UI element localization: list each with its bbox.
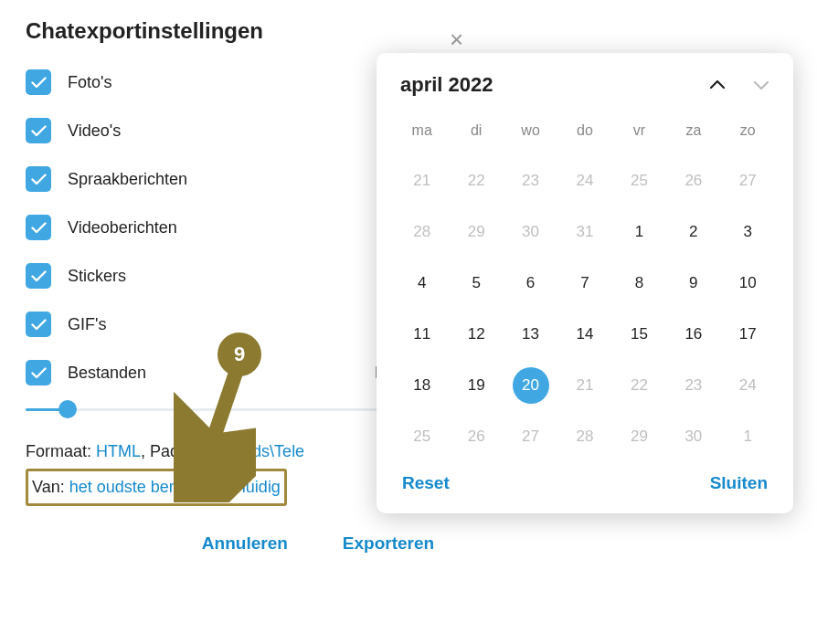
calendar-day[interactable]: 17 <box>721 309 775 360</box>
calendar-dow: za <box>666 113 720 155</box>
checkbox[interactable] <box>26 166 51 192</box>
path-link[interactable]: Downloads\Tele <box>188 442 304 460</box>
calendar-day[interactable]: 27 <box>721 155 775 206</box>
checkbox-label: Spraakberichten <box>68 170 187 189</box>
calendar-day[interactable]: 18 <box>395 360 449 411</box>
checkbox[interactable] <box>26 118 51 143</box>
calendar-day[interactable]: 29 <box>612 411 666 462</box>
calendar-day[interactable]: 24 <box>721 360 775 411</box>
path-label: , Pad: <box>141 442 188 460</box>
calendar-day[interactable]: 21 <box>395 155 449 206</box>
checkbox[interactable] <box>26 215 51 240</box>
checkbox-label: GIF's <box>68 315 106 334</box>
calendar-title: april 2022 <box>400 73 709 97</box>
calendar-day[interactable]: 24 <box>557 155 611 206</box>
calendar-day[interactable]: 2 <box>666 206 720 258</box>
checkbox-label: Videoberichten <box>68 218 177 238</box>
annotation-badge: 9 <box>218 333 261 376</box>
calendar-day[interactable]: 11 <box>395 309 449 360</box>
calendar-day[interactable]: 30 <box>666 411 720 462</box>
calendar-day[interactable]: 14 <box>557 309 611 360</box>
calendar-dow: do <box>557 113 611 155</box>
format-link[interactable]: HTML <box>96 442 141 460</box>
range-to-link[interactable]: huidig <box>237 478 281 496</box>
calendar-day[interactable]: 26 <box>449 411 503 462</box>
calendar-dow: zo <box>721 113 775 155</box>
calendar-day[interactable]: 26 <box>666 155 720 206</box>
calendar-reset-button[interactable]: Reset <box>402 473 450 493</box>
cancel-button[interactable]: Annuleren <box>202 533 288 554</box>
calendar-day[interactable]: 15 <box>612 309 666 360</box>
chevron-up-icon[interactable] <box>709 77 726 93</box>
calendar-day[interactable]: 19 <box>449 360 503 411</box>
checkbox-label: Video's <box>68 121 121 141</box>
calendar-day-selected[interactable]: 20 <box>504 360 557 411</box>
calendar-day[interactable]: 4 <box>395 258 449 309</box>
calendar-day[interactable]: 5 <box>449 258 503 309</box>
range-sep: , tot: <box>200 478 237 496</box>
calendar-day[interactable]: 29 <box>449 206 503 258</box>
calendar-header: april 2022 <box>395 73 775 97</box>
slider-thumb[interactable] <box>58 400 77 418</box>
calendar-day[interactable]: 28 <box>395 206 449 258</box>
calendar-day[interactable]: 30 <box>504 206 557 258</box>
calendar-day[interactable]: 7 <box>557 258 611 309</box>
checkbox-label: Bestanden <box>68 364 146 383</box>
range-from-label: Van: <box>32 478 69 496</box>
calendar-day[interactable]: 8 <box>612 258 666 309</box>
calendar-footer: Reset Sluiten <box>395 466 775 495</box>
checkbox[interactable] <box>26 69 51 95</box>
calendar-day[interactable]: 6 <box>504 258 557 309</box>
range-from-link[interactable]: het oudste bericht <box>69 478 200 496</box>
calendar-grid: madiwodovrzazo21222324252627282930311234… <box>395 113 775 462</box>
calendar-dow: wo <box>504 113 557 155</box>
date-range-line: Van: het oudste bericht, tot: huidig <box>32 474 281 501</box>
calendar-day[interactable]: 9 <box>666 258 720 309</box>
calendar-day[interactable]: 1 <box>721 411 775 462</box>
calendar-day[interactable]: 22 <box>449 155 503 206</box>
calendar-day[interactable]: 22 <box>612 360 666 411</box>
page-title: Chatexportinstellingen <box>26 18 464 44</box>
dialog-buttons: Annuleren Exporteren <box>26 533 464 554</box>
calendar-dow: vr <box>612 113 666 155</box>
checkbox-label: Stickers <box>68 267 126 286</box>
checkbox[interactable] <box>26 360 51 385</box>
calendar-close-button[interactable]: Sluiten <box>710 473 768 493</box>
calendar-day[interactable]: 10 <box>721 258 775 309</box>
calendar-day[interactable]: 27 <box>504 411 557 462</box>
calendar-day[interactable]: 23 <box>666 360 720 411</box>
calendar-day[interactable]: 23 <box>504 155 557 206</box>
calendar-day[interactable]: 13 <box>504 309 557 360</box>
export-button[interactable]: Exporteren <box>343 533 434 554</box>
calendar-day[interactable]: 1 <box>612 206 666 258</box>
calendar-day[interactable]: 12 <box>449 309 503 360</box>
calendar-dow: ma <box>395 113 449 155</box>
calendar-day[interactable]: 28 <box>557 411 611 462</box>
checkbox[interactable] <box>26 311 51 337</box>
calendar-day[interactable]: 16 <box>666 309 720 360</box>
calendar-day[interactable]: 3 <box>721 206 775 258</box>
calendar-day[interactable]: 31 <box>557 206 611 258</box>
calendar-day[interactable]: 25 <box>395 411 449 462</box>
calendar-popup: april 2022 madiwodovrzazo212223242526272… <box>377 53 793 513</box>
calendar-day[interactable]: 21 <box>557 360 611 411</box>
chevron-down-icon[interactable] <box>753 77 769 93</box>
calendar-dow: di <box>449 113 503 155</box>
close-icon[interactable]: × <box>450 26 463 54</box>
date-range-highlight: Van: het oudste bericht, tot: huidig <box>26 469 287 506</box>
checkbox[interactable] <box>26 263 51 289</box>
calendar-day[interactable]: 25 <box>612 155 666 206</box>
format-label: Formaat: <box>26 442 96 460</box>
checkbox-label: Foto's <box>68 73 111 92</box>
